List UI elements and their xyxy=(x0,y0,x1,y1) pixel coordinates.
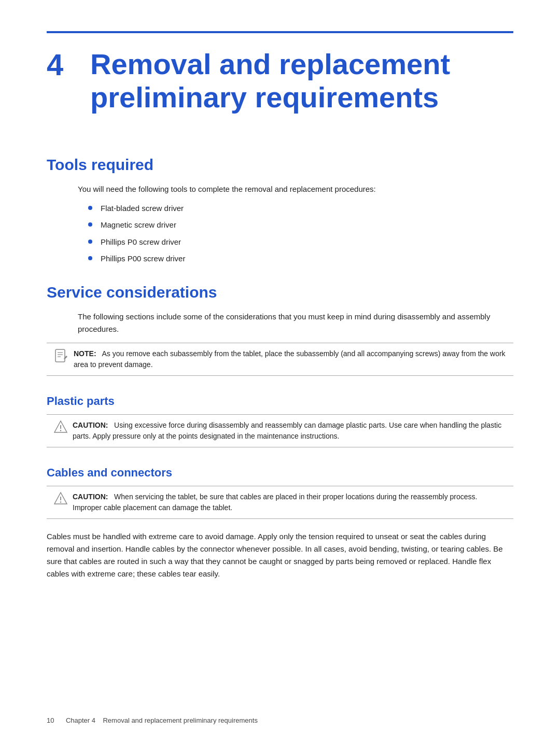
plastic-parts-section: Plastic parts CAUTION: Using excessive f… xyxy=(47,395,513,447)
caution-icon-cables xyxy=(54,491,67,505)
bullet-dot xyxy=(88,206,92,210)
footer-chapter-label: Chapter 4 xyxy=(66,716,95,724)
caution-label-cables: CAUTION: xyxy=(73,493,108,501)
caution-text-cables: When servicing the tablet, be sure that … xyxy=(73,493,478,512)
tool-item-4: Phillips P00 screw driver xyxy=(101,253,185,265)
caution-box-cables: CAUTION: When servicing the tablet, be s… xyxy=(47,486,513,519)
tools-required-intro: You will need the following tools to com… xyxy=(47,183,513,195)
list-item: Phillips P0 screw driver xyxy=(88,236,513,248)
footer: 10 Chapter 4 Removal and replacement pre… xyxy=(47,716,513,724)
tool-item-3: Phillips P0 screw driver xyxy=(101,236,181,248)
bullet-dot xyxy=(88,256,92,260)
note-text: As you remove each subassembly from the … xyxy=(74,349,506,369)
list-item: Phillips P00 screw driver xyxy=(88,253,513,265)
chapter-number: 4 xyxy=(47,48,78,80)
note-icon xyxy=(54,348,68,363)
caution-icon xyxy=(54,420,67,433)
chapter-title-line2: preliminary requirements xyxy=(90,81,450,114)
footer-chapter-title: Removal and replacement preliminary requ… xyxy=(103,716,257,724)
page: 4 Removal and replacement preliminary re… xyxy=(0,0,560,745)
chapter-title: Removal and replacement preliminary requ… xyxy=(90,48,450,115)
footer-page-number: 10 xyxy=(47,716,54,724)
tools-list: Flat-bladed screw driver Magnetic screw … xyxy=(47,203,513,265)
cables-body-text: Cables must be handled with extreme care… xyxy=(47,530,513,580)
footer-spacer xyxy=(58,716,65,724)
cables-connectors-section: Cables and connectors CAUTION: When serv… xyxy=(47,466,513,580)
chapter-title-line1: Removal and replacement xyxy=(90,48,450,81)
caution-box-plastic: CAUTION: Using excessive force during di… xyxy=(47,414,513,447)
service-considerations-intro: The following sections include some of t… xyxy=(47,311,513,335)
service-considerations-heading: Service considerations xyxy=(47,284,513,301)
service-considerations-section: Service considerations The following sec… xyxy=(47,284,513,376)
note-content: NOTE: As you remove each subassembly fro… xyxy=(74,348,506,370)
tools-required-section: Tools required You will need the followi… xyxy=(47,156,513,265)
chapter-header: 4 Removal and replacement preliminary re… xyxy=(47,48,513,115)
list-item: Flat-bladed screw driver xyxy=(88,203,513,215)
tool-item-2: Magnetic screw driver xyxy=(101,219,176,231)
footer-spacer2 xyxy=(95,716,103,724)
svg-point-8 xyxy=(60,430,61,431)
note-box: NOTE: As you remove each subassembly fro… xyxy=(47,343,513,376)
tool-item-1: Flat-bladed screw driver xyxy=(101,203,184,215)
cables-connectors-heading: Cables and connectors xyxy=(47,466,513,480)
list-item: Magnetic screw driver xyxy=(88,219,513,231)
svg-point-11 xyxy=(60,501,61,502)
caution-text-plastic: Using excessive force during disassembly… xyxy=(73,421,501,440)
svg-rect-0 xyxy=(55,349,65,362)
note-label: NOTE: xyxy=(74,349,96,358)
plastic-parts-heading: Plastic parts xyxy=(47,395,513,408)
bullet-dot xyxy=(88,240,92,244)
caution-label-plastic: CAUTION: xyxy=(73,421,108,429)
bullet-dot xyxy=(88,222,92,227)
caution-content-cables: CAUTION: When servicing the tablet, be s… xyxy=(73,491,506,513)
caution-content-plastic: CAUTION: Using excessive force during di… xyxy=(73,420,506,442)
tools-required-heading: Tools required xyxy=(47,156,513,174)
top-border xyxy=(47,31,513,33)
